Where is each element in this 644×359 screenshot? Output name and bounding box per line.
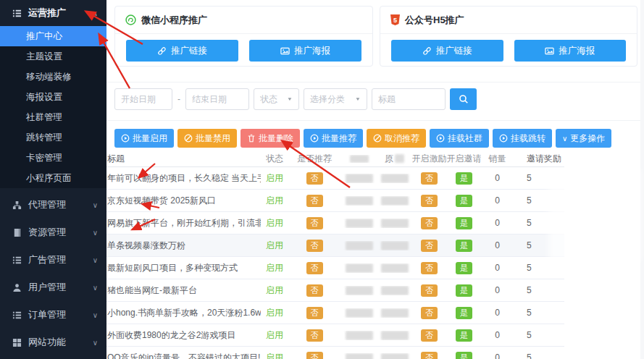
incentive-badge[interactable]: 否 — [421, 217, 438, 229]
sidebar-subitem-redirect-management[interactable]: 跳转管理 — [0, 127, 106, 148]
promo-poster-button[interactable]: 推广海报 — [514, 40, 627, 62]
list-icon — [12, 311, 22, 320]
bulk-enable-button[interactable]: 批量启用 — [114, 129, 174, 148]
more-actions-button[interactable]: ∨ 更多操作 — [556, 129, 611, 148]
invite-badge[interactable]: 是 — [456, 284, 472, 297]
bulk-disable-button[interactable]: 批量禁用 — [177, 129, 237, 148]
recommended-badge[interactable]: 否 — [306, 240, 323, 252]
incentive-badge[interactable]: 否 — [421, 307, 438, 319]
user-icon — [12, 283, 22, 292]
official-account-h5-promo-card: 5 公众号H5推广 推广链接 推广海报 — [380, 6, 637, 67]
invite-badge[interactable]: 是 — [456, 329, 472, 342]
censored-original-price — [381, 196, 409, 206]
chevron-down-icon: ∨ — [93, 256, 98, 264]
divider — [106, 120, 644, 121]
status-select[interactable]: 状态 ▼ — [254, 88, 299, 110]
incentive-badge[interactable]: 否 — [421, 284, 438, 297]
sidebar-subitem-miniprogram-pages[interactable]: 小程序页面 — [0, 168, 106, 188]
invite-badge[interactable]: 是 — [456, 262, 472, 274]
bulk-recommend-button[interactable]: 批量推荐 — [304, 129, 363, 148]
recommended-badge[interactable]: 否 — [306, 195, 323, 207]
censored-header — [350, 155, 369, 163]
incentive-badge[interactable]: 否 — [421, 240, 438, 252]
censored-price — [346, 219, 373, 228]
incentive-badge[interactable]: 否 — [421, 172, 438, 185]
mount-redirect-button[interactable]: 挂载跳转 — [493, 129, 552, 148]
bulk-delete-button[interactable]: 批量删除 — [241, 129, 300, 148]
card-title: 微信小程序推广 — [141, 14, 207, 27]
row-invite-reward: 5 — [514, 330, 564, 340]
invite-badge[interactable]: 是 — [456, 352, 472, 359]
sidebar-subitem-theme-settings[interactable]: 主题设置 — [0, 46, 106, 67]
circle-play-icon — [310, 134, 319, 143]
row-title: 最新短剧风口项目，多种变现方式 — [107, 262, 261, 274]
start-date-input[interactable] — [114, 88, 172, 110]
sidebar-subitem-community-management[interactable]: 社群管理 — [0, 107, 106, 127]
row-sales: 0 — [481, 352, 514, 359]
row-invite-reward: 5 — [514, 218, 564, 228]
grid-icon — [12, 338, 22, 347]
promo-poster-button[interactable]: 推广海报 — [249, 40, 361, 62]
censored-price — [346, 353, 373, 359]
sidebar-subitem-card-key-management[interactable]: 卡密管理 — [0, 148, 106, 168]
promo-link-button[interactable]: 推广链接 — [391, 40, 503, 62]
chevron-up-icon: ∧ — [92, 9, 98, 17]
mount-community-button[interactable]: 挂载社群 — [430, 129, 489, 148]
sidebar-section-label: 网站功能 — [28, 336, 93, 349]
chevron-down-icon: ∨ — [93, 311, 98, 319]
sidebar-subitem-promotion-center[interactable]: 推广中心 — [0, 26, 106, 46]
invite-badge[interactable]: 是 — [456, 217, 472, 229]
invite-badge[interactable]: 是 — [456, 195, 472, 207]
recommended-badge[interactable]: 否 — [306, 284, 323, 297]
link-icon — [157, 46, 167, 56]
button-label: 推广海报 — [559, 45, 595, 57]
header-original-price: 原 — [377, 153, 411, 165]
category-select[interactable]: 选择分类 ▼ — [304, 88, 367, 110]
status-text: 启用 — [266, 172, 283, 185]
sidebar-item-resource-management[interactable]: 资源管理 ∨ — [0, 219, 106, 246]
row-title: 外面收费1980的龙之谷2游戏项目 — [107, 329, 261, 342]
html5-icon: 5 — [390, 14, 400, 25]
sidebar-subitem-poster-settings[interactable]: 海报设置 — [0, 87, 106, 107]
row-title: 年前可以翻身的项目，长久稳定 当天上手 过波... — [107, 172, 261, 185]
chevron-down-icon: ∨ — [562, 135, 567, 143]
status-text: 启用 — [266, 262, 283, 274]
sidebar-root-label: 运营推广 — [28, 7, 92, 20]
invite-badge[interactable]: 是 — [456, 240, 472, 252]
recommended-badge[interactable]: 否 — [306, 262, 323, 274]
row-invite-reward: 5 — [514, 285, 564, 295]
sidebar-item-website-features[interactable]: 网站功能 ∨ — [0, 329, 106, 356]
button-label: 批量删除 — [259, 132, 293, 145]
recommended-badge[interactable]: 否 — [306, 307, 323, 319]
incentive-badge[interactable]: 否 — [421, 262, 438, 274]
end-date-input[interactable] — [185, 88, 249, 110]
recommended-badge[interactable]: 否 — [306, 172, 323, 185]
incentive-badge[interactable]: 否 — [421, 329, 438, 342]
search-button[interactable] — [450, 88, 477, 110]
invite-badge[interactable]: 是 — [456, 172, 472, 185]
caret-down-icon: ▼ — [355, 96, 361, 101]
button-label: 取消推荐 — [385, 132, 419, 145]
button-label: 批量启用 — [133, 132, 167, 145]
status-text: 启用 — [266, 240, 283, 252]
list-icon — [12, 255, 22, 265]
sidebar-item-agent-management[interactable]: 代理管理 ∨ — [0, 191, 106, 219]
recommended-badge[interactable]: 否 — [306, 329, 323, 342]
sidebar-item-user-management[interactable]: 用户管理 ∨ — [0, 274, 106, 301]
sidebar-section-label: 资源管理 — [28, 226, 93, 239]
sidebar-item-ad-management[interactable]: 广告管理 ∨ — [0, 246, 106, 274]
row-title: 猪也能当网红-最新平台 — [107, 284, 261, 297]
row-title: 京东短视频带货 2025新风口 — [107, 195, 261, 207]
incentive-badge[interactable]: 否 — [421, 352, 438, 359]
link-icon — [422, 46, 432, 56]
promo-link-button[interactable]: 推广链接 — [126, 40, 238, 62]
sidebar-item-order-management[interactable]: 订单管理 ∨ — [0, 301, 106, 329]
cancel-recommend-button[interactable]: 取消推荐 — [367, 129, 426, 148]
title-search-input[interactable] — [372, 88, 446, 110]
recommended-badge[interactable]: 否 — [306, 217, 323, 229]
incentive-badge[interactable]: 否 — [421, 195, 438, 207]
sidebar-subitem-mobile-decoration[interactable]: 移动端装修 — [0, 67, 106, 87]
invite-badge[interactable]: 是 — [456, 307, 472, 319]
recommended-badge[interactable]: 否 — [306, 352, 323, 359]
sidebar-item-operations-promotion[interactable]: 运营推广 ∧ — [0, 0, 106, 26]
